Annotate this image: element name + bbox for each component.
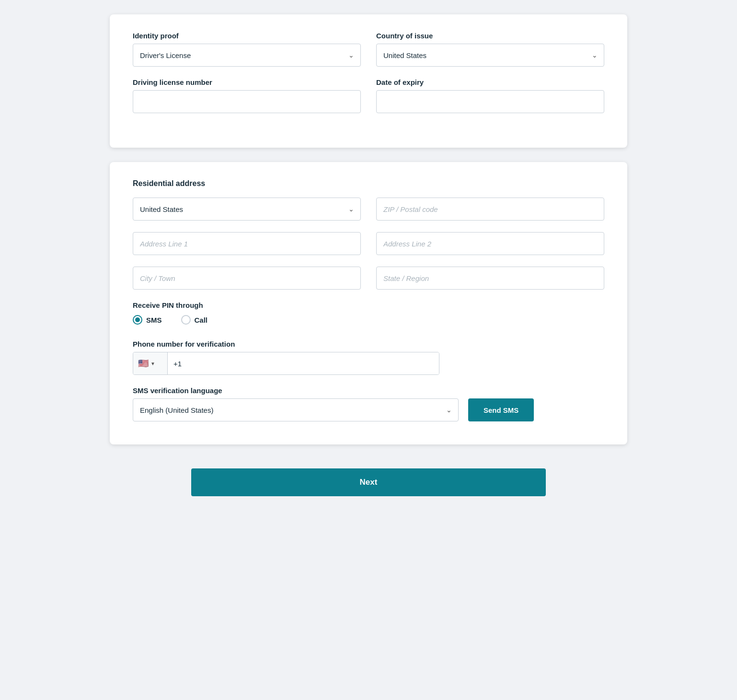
pin-radio-group: SMS Call bbox=[133, 315, 604, 328]
driving-license-number-label: Driving license number bbox=[133, 78, 361, 86]
date-of-expiry-label: Date of expiry bbox=[376, 78, 604, 86]
address-line2-input[interactable] bbox=[376, 232, 604, 255]
state-group bbox=[376, 267, 604, 290]
phone-country-selector[interactable]: 🇺🇸 ▼ bbox=[133, 352, 168, 374]
zip-group bbox=[376, 198, 604, 221]
country-zip-row: United States Canada United Kingdom ⌄ bbox=[133, 198, 604, 221]
phone-section: Phone number for verification 🇺🇸 ▼ bbox=[133, 340, 604, 375]
city-state-row bbox=[133, 267, 604, 290]
city-input[interactable] bbox=[133, 267, 361, 290]
sms-language-select-wrapper: English (United States) Spanish French ⌄ bbox=[133, 398, 459, 421]
driving-license-number-input[interactable] bbox=[133, 90, 361, 113]
date-of-expiry-input[interactable] bbox=[376, 90, 604, 113]
address-line2-group bbox=[376, 232, 604, 255]
identity-card: Identity proof Driver's License Passport… bbox=[110, 14, 627, 148]
identity-proof-label: Identity proof bbox=[133, 32, 361, 40]
send-sms-button[interactable]: Send SMS bbox=[468, 398, 534, 421]
call-radio-label: Call bbox=[195, 316, 208, 324]
sms-radio-input[interactable] bbox=[133, 315, 142, 325]
residential-country-select[interactable]: United States Canada United Kingdom bbox=[133, 198, 361, 221]
country-of-issue-label: Country of issue bbox=[376, 32, 604, 40]
sms-radio-option[interactable]: SMS bbox=[133, 315, 162, 325]
country-of-issue-group: Country of issue United States Canada Un… bbox=[376, 32, 604, 67]
sms-language-select[interactable]: English (United States) Spanish French bbox=[133, 398, 459, 421]
address-line1-input[interactable] bbox=[133, 232, 361, 255]
identity-row: Identity proof Driver's License Passport… bbox=[133, 32, 604, 67]
phone-input-wrapper: 🇺🇸 ▼ bbox=[133, 352, 439, 375]
next-btn-container: Next bbox=[110, 468, 627, 496]
call-radio-option[interactable]: Call bbox=[181, 315, 208, 325]
phone-label: Phone number for verification bbox=[133, 340, 604, 348]
driving-license-number-group: Driving license number bbox=[133, 78, 361, 113]
zip-input[interactable] bbox=[376, 198, 604, 221]
phone-number-input[interactable] bbox=[168, 352, 439, 374]
residential-country-select-wrapper: United States Canada United Kingdom ⌄ bbox=[133, 198, 361, 221]
date-of-expiry-group: Date of expiry bbox=[376, 78, 604, 113]
pin-label: Receive PIN through bbox=[133, 301, 604, 309]
city-group bbox=[133, 267, 361, 290]
pin-section: Receive PIN through SMS Call bbox=[133, 301, 604, 328]
residential-country-group: United States Canada United Kingdom ⌄ bbox=[133, 198, 361, 221]
address-line-row bbox=[133, 232, 604, 255]
identity-proof-select[interactable]: Driver's License Passport National ID bbox=[133, 44, 361, 67]
identity-proof-select-wrapper: Driver's License Passport National ID ⌄ bbox=[133, 44, 361, 67]
call-radio-input[interactable] bbox=[181, 315, 191, 325]
us-flag-icon: 🇺🇸 bbox=[138, 359, 149, 368]
phone-country-chevron-icon: ▼ bbox=[150, 361, 155, 366]
sms-radio-label: SMS bbox=[146, 316, 162, 324]
residential-card: Residential address United States Canada… bbox=[110, 162, 627, 444]
next-button[interactable]: Next bbox=[191, 468, 546, 496]
country-of-issue-select-wrapper: United States Canada United Kingdom ⌄ bbox=[376, 44, 604, 67]
state-input[interactable] bbox=[376, 267, 604, 290]
sms-row: SMS verification language English (Unite… bbox=[133, 386, 604, 421]
residential-section-title: Residential address bbox=[133, 179, 604, 188]
country-of-issue-select[interactable]: United States Canada United Kingdom bbox=[376, 44, 604, 67]
license-expiry-row: Driving license number Date of expiry bbox=[133, 78, 604, 113]
identity-proof-group: Identity proof Driver's License Passport… bbox=[133, 32, 361, 67]
address-line1-group bbox=[133, 232, 361, 255]
sms-language-group: SMS verification language English (Unite… bbox=[133, 386, 459, 421]
sms-language-label: SMS verification language bbox=[133, 386, 459, 395]
